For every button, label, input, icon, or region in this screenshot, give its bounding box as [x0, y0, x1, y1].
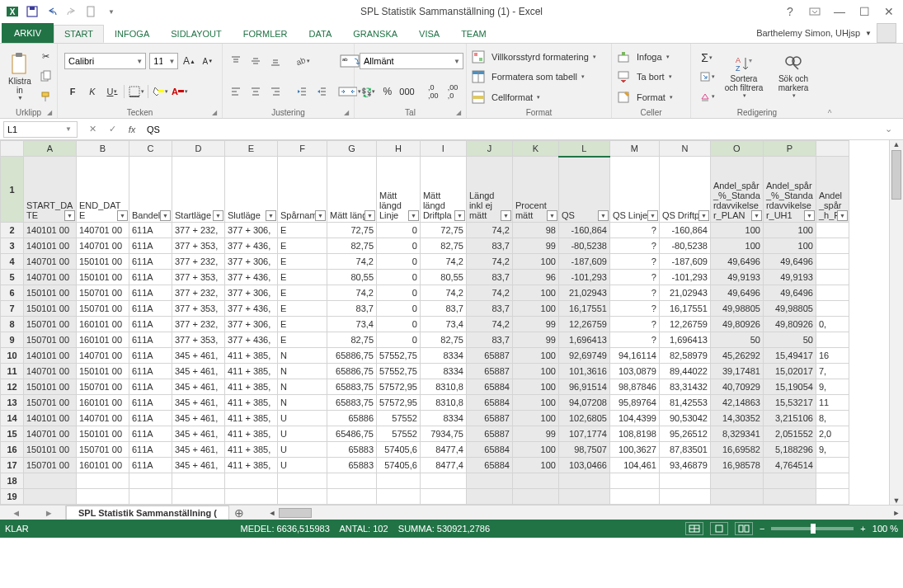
cell-D10[interactable]: 345 + 461,: [172, 348, 225, 364]
sheet-tab[interactable]: SPL Statistik Sammanställning (: [66, 506, 229, 520]
header-cell-J[interactable]: Längd inkl ej mätt▼: [466, 157, 512, 223]
conditional-formatting-button[interactable]: Villkorsstyrd formatering▾: [472, 50, 606, 64]
cancel-formula-icon[interactable]: ✕: [82, 121, 102, 138]
header-cell-H[interactable]: Mätt längd Linje▼: [377, 157, 421, 223]
cell-B7[interactable]: 150701 00: [77, 301, 129, 317]
cell-P6[interactable]: 49,6496: [763, 285, 816, 301]
cell-B4[interactable]: 150101 00: [77, 254, 129, 270]
cell-Q5[interactable]: [816, 270, 849, 285]
zoom-slider[interactable]: [771, 527, 854, 530]
cell-F15[interactable]: U: [278, 426, 327, 442]
cell-D12[interactable]: 345 + 461,: [172, 379, 225, 395]
cell-O12[interactable]: 40,70929: [710, 379, 763, 395]
cell-F14[interactable]: U: [278, 411, 327, 426]
col-header-I[interactable]: I: [420, 141, 466, 157]
dialog-launcher-icon[interactable]: ◢: [212, 109, 217, 116]
cell-E2[interactable]: 377 + 306,: [225, 223, 278, 238]
cell-G12[interactable]: 65883,75: [327, 379, 377, 395]
ribbon-options-icon[interactable]: [804, 2, 825, 21]
cell-J3[interactable]: 83,7: [466, 238, 512, 254]
row-header-2[interactable]: 2: [1, 223, 24, 238]
cell-K11[interactable]: 100: [512, 364, 558, 379]
filter-icon[interactable]: ▼: [647, 210, 658, 221]
col-header-K[interactable]: K: [512, 141, 558, 157]
cell-L15[interactable]: 107,1774: [558, 426, 609, 442]
cell-L10[interactable]: 92,69749: [558, 348, 609, 364]
font-color-icon[interactable]: A▾: [172, 83, 188, 100]
cell-F7[interactable]: E: [278, 301, 327, 317]
cell-M12[interactable]: 98,87846: [609, 379, 659, 395]
filter-icon[interactable]: ▼: [698, 210, 709, 221]
cell-D16[interactable]: 345 + 461,: [172, 442, 225, 458]
cell-A4[interactable]: 140701 00: [24, 254, 77, 270]
cell-L11[interactable]: 101,3616: [558, 364, 609, 379]
cell-H6[interactable]: 0: [377, 285, 421, 301]
increase-decimal-icon[interactable]: ,0,00: [425, 83, 441, 100]
cell-M3[interactable]: ?: [609, 238, 659, 254]
cell-D13[interactable]: 345 + 461,: [172, 395, 225, 411]
user-name[interactable]: Barthelemy Simon, UHjsp: [756, 28, 860, 38]
row-header-11[interactable]: 11: [1, 364, 24, 379]
row-header-17[interactable]: 17: [1, 458, 24, 473]
row-header-15[interactable]: 15: [1, 426, 24, 442]
cell-L9[interactable]: 1,696413: [558, 332, 609, 348]
cell-E8[interactable]: 377 + 306,: [225, 317, 278, 332]
cell-B14[interactable]: 140701 00: [77, 411, 129, 426]
bold-button[interactable]: F: [64, 83, 81, 100]
user-avatar-icon[interactable]: [877, 23, 896, 43]
sheet-nav-prev-icon[interactable]: ◄: [12, 508, 21, 518]
cell-P15[interactable]: 2,051552: [763, 426, 816, 442]
filter-icon[interactable]: ▼: [837, 210, 848, 221]
cell-A18[interactable]: [24, 473, 77, 489]
cell-M16[interactable]: 100,3627: [609, 442, 659, 458]
cell-O5[interactable]: 49,9193: [710, 270, 763, 285]
row-header-5[interactable]: 5: [1, 270, 24, 285]
cell-G16[interactable]: 65883: [327, 442, 377, 458]
cell-C12[interactable]: 611A: [129, 379, 172, 395]
header-cell-A[interactable]: START_DATE▼: [24, 157, 77, 223]
cell-D9[interactable]: 377 + 353,: [172, 332, 225, 348]
cell-P7[interactable]: 49,98805: [763, 301, 816, 317]
row-header-19[interactable]: 19: [1, 489, 24, 505]
cell-H14[interactable]: 57552: [377, 411, 421, 426]
cell-H4[interactable]: 0: [377, 254, 421, 270]
cell-C17[interactable]: 611A: [129, 458, 172, 473]
col-header-E[interactable]: E: [225, 141, 278, 157]
format-cells-button[interactable]: Format▾: [617, 91, 685, 104]
undo-icon[interactable]: [43, 2, 61, 21]
cell-M14[interactable]: 104,4399: [609, 411, 659, 426]
fill-icon[interactable]: ▾: [696, 68, 717, 85]
cell-M11[interactable]: 103,0879: [609, 364, 659, 379]
header-cell-L[interactable]: QS▼: [558, 157, 609, 223]
cell-P17[interactable]: 4,764514: [763, 458, 816, 473]
row-header-13[interactable]: 13: [1, 395, 24, 411]
cell-Q17[interactable]: [816, 458, 849, 473]
cell-I7[interactable]: 83,7: [420, 301, 466, 317]
tab-file[interactable]: ARKIV: [2, 23, 54, 43]
new-file-icon[interactable]: [82, 2, 101, 21]
cell-A19[interactable]: [24, 489, 77, 505]
header-cell-K[interactable]: Procent mätt▼: [512, 157, 558, 223]
cell-J16[interactable]: 65884: [466, 442, 512, 458]
filter-icon[interactable]: ▼: [266, 210, 276, 221]
cell-C7[interactable]: 611A: [129, 301, 172, 317]
cell-B6[interactable]: 150701 00: [77, 285, 129, 301]
cell-D6[interactable]: 377 + 232,: [172, 285, 225, 301]
filter-icon[interactable]: ▼: [501, 210, 511, 221]
row-header-14[interactable]: 14: [1, 411, 24, 426]
cell-B13[interactable]: 160101 00: [77, 395, 129, 411]
cell-I8[interactable]: 73,4: [420, 317, 466, 332]
cell-H8[interactable]: 0: [377, 317, 421, 332]
cell-D3[interactable]: 377 + 353,: [172, 238, 225, 254]
cell-B12[interactable]: 150701 00: [77, 379, 129, 395]
cell-P12[interactable]: 15,19054: [763, 379, 816, 395]
cell-E3[interactable]: 377 + 436,: [225, 238, 278, 254]
cell-F8[interactable]: E: [278, 317, 327, 332]
cell-P2[interactable]: 100: [763, 223, 816, 238]
maximize-icon[interactable]: ☐: [854, 2, 875, 21]
cell-A16[interactable]: 150101 00: [24, 442, 77, 458]
formula-input[interactable]: [142, 121, 885, 138]
cell-D18[interactable]: [172, 473, 225, 489]
cell-O8[interactable]: 49,80926: [710, 317, 763, 332]
cell-O4[interactable]: 49,6496: [710, 254, 763, 270]
